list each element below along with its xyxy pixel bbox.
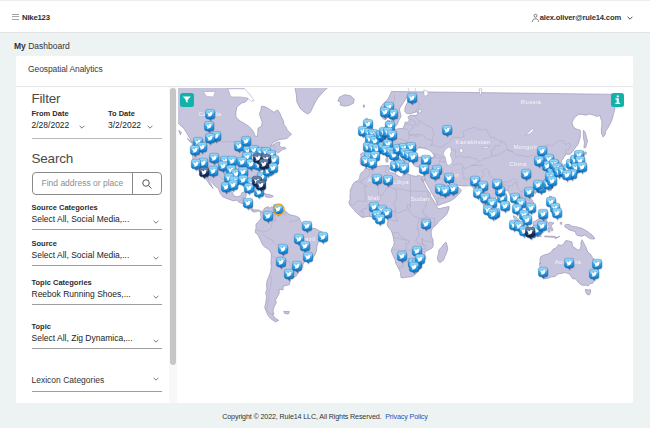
svg-text:Sudan: Sudan — [410, 196, 429, 202]
svg-text:Russia: Russia — [521, 99, 542, 105]
svg-text:Libya: Libya — [393, 179, 409, 185]
svg-text:China: China — [509, 161, 527, 167]
svg-text:Kazakhstan: Kazakhstan — [456, 139, 491, 145]
svg-text:Mongolia: Mongolia — [513, 144, 540, 150]
svg-text:Mali: Mali — [368, 195, 380, 201]
